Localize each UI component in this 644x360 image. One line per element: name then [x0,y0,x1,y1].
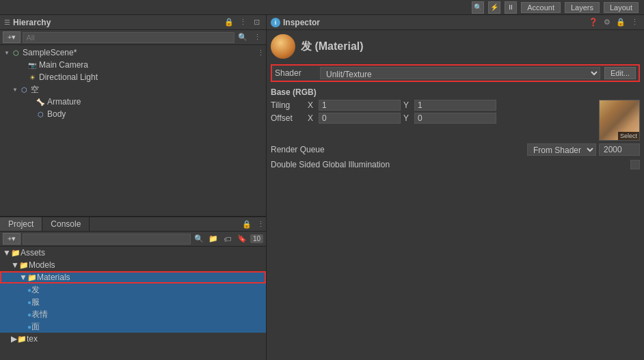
hierarchy-panel: ☰ Hierarchy 🔒 ⋮ ⊡ +▾ 🔍 ⋮ ▼ ⬡ SampleScene… [0,15,266,217]
hierarchy-item-label: 空 [31,84,39,96]
tree-item-body[interactable]: ⬡ Body [0,108,266,120]
search-icon[interactable]: 🔍 [472,1,484,14]
scene-name: SampleScene* [23,48,77,57]
project-badge: 10 [250,234,263,243]
inspector-lock-btn[interactable]: 🔒 [615,17,626,28]
tab-console[interactable]: Console [42,217,90,231]
assets-label: Assets [21,248,45,258]
double-sided-label: Double Sided Global Illumination [271,160,630,169]
tex-label: tex [27,334,38,344]
hierarchy-lock-btn[interactable]: 🔒 [224,17,234,28]
render-queue-select[interactable]: From Shader [527,143,596,156]
bottom-tabs: Project Console 🔒 ⋮ [0,217,266,232]
x-axis-label: X [308,100,316,110]
project-folder-icon[interactable]: 📁 [207,233,219,245]
y2-axis-label: Y [403,113,412,123]
shader-row: Shader Unlit/Texture Edit... [271,64,640,82]
hierarchy-item-label: Main Camera [39,60,88,70]
material-preview-sphere [271,34,295,59]
file-item-mian[interactable]: ● 面 [0,320,266,333]
inspector-header-icons: ❓ ⚙ 🔒 ⋮ [588,17,640,28]
project-search[interactable] [23,234,190,245]
shader-label: Shader [275,68,316,78]
bottom-lock-btn[interactable]: 🔒 [241,219,252,230]
tiling-y-input[interactable] [414,100,496,111]
offset-row: Offset X Y [271,113,595,124]
offset-label: Offset [271,113,305,123]
offset-x-input[interactable] [319,113,401,124]
inspector-settings-btn[interactable]: ⚙ [602,17,613,28]
materials-label: Materials [37,273,70,282]
inspector-help-btn[interactable]: ❓ [588,17,599,28]
inspector-title: Inspector [283,18,585,27]
project-search-icon[interactable]: 🔍 [193,233,205,245]
tree-item-empty[interactable]: ▼ ⬡ 空 [0,83,266,96]
pause-icon[interactable]: ⏸ [505,1,517,14]
assets-folder-icon: 📁 [11,249,21,258]
y-axis-label: Y [403,100,412,110]
fa-label: 发 [31,284,40,296]
layers-button[interactable]: Layers [565,2,600,13]
body-cube-icon: ⬡ [36,109,45,119]
shader-edit-btn[interactable]: Edit... [604,67,636,79]
tab-console-label: Console [51,219,81,229]
account-button[interactable]: Account [521,2,561,13]
cube-icon: ⬡ [19,85,29,94]
bottom-panel-icons: 🔒 ⋮ [241,219,266,230]
offset-y-input[interactable] [414,113,496,124]
shader-select[interactable]: Unlit/Texture [320,67,600,79]
layout-button[interactable]: Layout [604,2,639,13]
models-folder-icon: 📁 [19,261,29,270]
hierarchy-add-btn[interactable]: +▾ [3,31,21,43]
hierarchy-header: ☰ Hierarchy 🔒 ⋮ ⊡ [0,15,266,30]
hierarchy-menu-btn[interactable]: ⋮ [237,17,248,28]
tex-folder-icon: 📁 [17,335,27,344]
double-sided-row: Double Sided Global Illumination [271,160,640,169]
inspector-content: 发 (Material) Shader Unlit/Texture Edit..… [267,30,644,360]
hierarchy-search-icon[interactable]: 🔍 [237,31,249,44]
hierarchy-item-label: Armature [47,97,81,107]
play-icon[interactable]: ⚡ [488,1,500,14]
hierarchy-options-btn[interactable]: ⋮ [251,31,263,44]
armature-icon: 🦴 [36,97,45,107]
tree-item-armature[interactable]: 🦴 Armature [0,96,266,108]
tab-project[interactable]: Project [0,217,42,231]
tiling-x-input[interactable] [319,100,401,111]
file-item-tex[interactable]: ▶ 📁 tex [0,333,266,345]
hierarchy-item-label: Directional Light [39,72,98,82]
project-content: ▼ 📁 Assets ▼ 📁 Models ▼ 📁 Materials [0,247,266,360]
project-add-btn[interactable]: +▾ [3,233,21,245]
scene-menu-btn[interactable]: ⋮ [255,47,266,58]
inspector-info-icon: i [271,18,280,27]
file-item-assets[interactable]: ▼ 📁 Assets [0,247,266,259]
hierarchy-resize-btn[interactable]: ⊡ [251,17,262,28]
texture-row: Tiling X Y Offset X Y [271,100,640,141]
file-item-fa[interactable]: ● 发 [0,283,266,296]
project-filter-icon2[interactable]: 🔖 [236,233,248,245]
bottom-menu-btn[interactable]: ⋮ [255,219,266,230]
hierarchy-icon: ☰ [4,18,10,26]
models-label: Models [29,260,55,270]
tree-item-directional-light[interactable]: ☀ Directional Light [0,71,266,83]
file-item-fu[interactable]: ● 服 [0,296,266,308]
render-queue-value[interactable] [599,143,640,156]
tiling-row: Tiling X Y [271,100,595,111]
hierarchy-search[interactable] [23,32,234,43]
double-sided-checkbox[interactable] [630,160,640,169]
texture-preview[interactable]: Select [599,100,640,141]
tree-item-scene[interactable]: ▼ ⬡ SampleScene* ⋮ [0,46,266,59]
project-filter-icon[interactable]: 🏷 [222,233,234,245]
file-item-materials[interactable]: ▼ 📁 Materials [0,271,266,283]
hierarchy-title: Hierarchy [13,18,221,27]
inspector-menu-btn[interactable]: ⋮ [629,17,640,28]
render-queue-row: Render Queue From Shader [271,143,640,156]
texture-fields: Tiling X Y Offset X Y [271,100,595,126]
hierarchy-item-label: Body [47,109,66,119]
render-queue-label: Render Queue [271,145,527,154]
fu-label: 服 [31,296,40,308]
light-icon: ☀ [27,72,37,82]
tree-item-main-camera[interactable]: 📷 Main Camera [0,59,266,71]
main-layout: ☰ Hierarchy 🔒 ⋮ ⊡ +▾ 🔍 ⋮ ▼ ⬡ SampleScene… [0,15,644,360]
file-item-biaoshi[interactable]: ● 表情 [0,308,266,320]
file-item-models[interactable]: ▼ 📁 Models [0,259,266,271]
